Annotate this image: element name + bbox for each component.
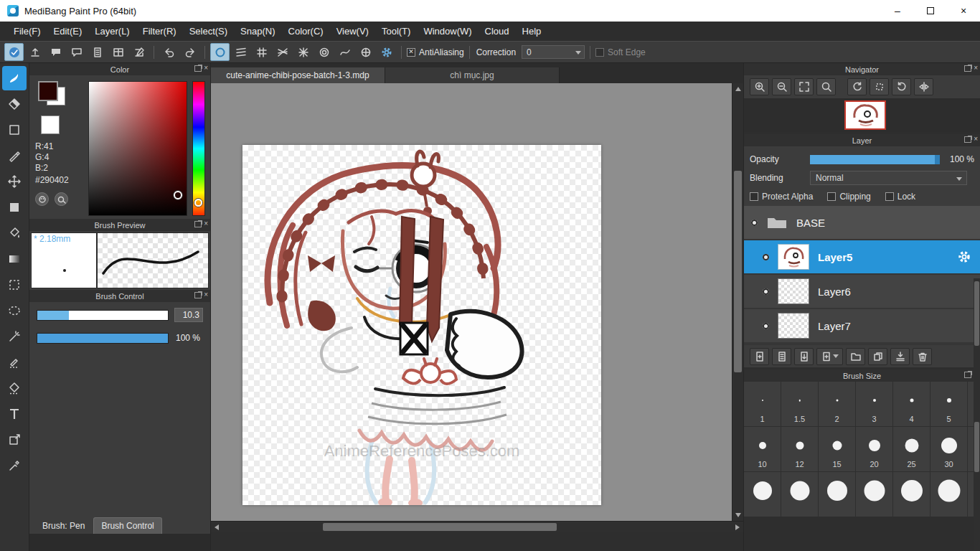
snap-settings-gear-icon[interactable]	[377, 43, 396, 61]
menu-color[interactable]: Color(C)	[282, 23, 330, 39]
snap-off-icon[interactable]	[210, 43, 230, 61]
brush-size-option[interactable]	[744, 472, 781, 517]
brush-size-option[interactable]: 1	[744, 382, 781, 426]
add-layer-menu-icon[interactable]	[816, 348, 843, 365]
maximize-button[interactable]	[914, 0, 947, 22]
doc-tab-1[interactable]: cute-anime-chibi-pose-batch-1-3.mdp	[211, 67, 385, 83]
clipping-toggle[interactable]: Clipping	[827, 192, 870, 202]
comment-icon[interactable]	[46, 43, 65, 61]
move-tool[interactable]	[2, 169, 27, 194]
soft-edge-checkbox[interactable]	[595, 48, 604, 57]
brush-size-option[interactable]: 4	[893, 382, 930, 426]
bucket-tool[interactable]	[2, 221, 27, 245]
clipping-checkbox[interactable]	[827, 192, 836, 201]
antialiasing-toggle[interactable]: ✕ AntiAliasing	[407, 47, 464, 57]
pencil-tool[interactable]	[2, 143, 27, 168]
zoom-out-icon[interactable]	[772, 78, 791, 95]
brush-control-popout-icon[interactable]	[194, 292, 202, 298]
select-rect-tool[interactable]	[2, 273, 27, 297]
menu-edit[interactable]: Edit(E)	[47, 23, 89, 39]
menu-layer[interactable]: Layer(L)	[88, 23, 136, 39]
visibility-icon[interactable]	[763, 323, 769, 329]
brush-size-option[interactable]: 12	[781, 427, 818, 471]
shape-tool[interactable]	[2, 118, 27, 142]
menu-tool[interactable]: Tool(T)	[375, 23, 417, 39]
undo-icon[interactable]	[159, 43, 179, 61]
layer-opacity-slider[interactable]	[810, 155, 940, 164]
brush-size-option[interactable]	[930, 472, 967, 517]
tab-brush-pen[interactable]: Brush: Pen	[35, 518, 92, 534]
gradient-tool[interactable]	[2, 247, 27, 271]
horizontal-scroll-thumb[interactable]	[323, 523, 557, 531]
snap-parallel-icon[interactable]	[231, 43, 250, 61]
canvas-horizontal-scrollbar[interactable]	[211, 521, 743, 532]
color-gradient-picker[interactable]	[88, 81, 187, 216]
delete-layer-icon[interactable]	[913, 348, 932, 365]
color-picker-marker[interactable]	[174, 191, 182, 199]
visibility-icon[interactable]	[751, 220, 758, 226]
duplicate-layer-icon[interactable]	[772, 348, 791, 365]
brush-size-option[interactable]: 25	[893, 427, 930, 471]
navigator-close-icon[interactable]: ×	[974, 65, 978, 72]
menu-snap[interactable]: Snap(N)	[234, 23, 281, 39]
layer-row-base[interactable]: BASE	[744, 206, 980, 239]
brush-size-slider[interactable]	[37, 310, 169, 321]
snap-grid-icon[interactable]	[252, 43, 271, 61]
lock-checkbox[interactable]	[885, 192, 894, 201]
menu-filter[interactable]: Filter(R)	[136, 23, 183, 39]
layout-grid-icon[interactable]	[108, 43, 128, 61]
hue-marker[interactable]	[194, 199, 202, 207]
menu-view[interactable]: View(V)	[330, 23, 375, 39]
reset-view-icon[interactable]	[870, 78, 889, 95]
brush-size-option[interactable]: 1.5	[781, 382, 818, 426]
brush-preview-close-icon[interactable]: ×	[204, 220, 208, 227]
select-pen-tool[interactable]	[2, 350, 27, 375]
snap-radial-icon[interactable]	[356, 43, 375, 61]
scroll-left-icon[interactable]	[215, 524, 219, 530]
soft-edge-toggle[interactable]: Soft Edge	[595, 47, 646, 57]
brush-size-option[interactable]: 20	[856, 427, 892, 471]
scroll-down-icon[interactable]	[735, 513, 741, 517]
brush-control-close-icon[interactable]: ×	[204, 291, 208, 298]
layer-row-layer5[interactable]: Layer5	[744, 240, 980, 273]
minimize-button[interactable]: –	[881, 0, 914, 22]
brush-size-option[interactable]: 10	[744, 427, 781, 471]
navigator-popout-icon[interactable]	[964, 65, 971, 72]
import-layer-icon[interactable]	[794, 348, 814, 365]
brush-preview-popout-icon[interactable]	[194, 221, 202, 227]
layer-row-layer6[interactable]: Layer6	[744, 275, 980, 308]
antialiasing-checkbox[interactable]: ✕	[407, 48, 415, 57]
protect-alpha-checkbox[interactable]	[750, 192, 758, 201]
redo-icon[interactable]	[180, 43, 199, 61]
blending-dropdown[interactable]: Normal	[810, 171, 967, 185]
fit-window-icon[interactable]	[794, 78, 814, 95]
close-button[interactable]: ×	[947, 0, 980, 22]
brush-size-option[interactable]	[781, 472, 818, 517]
zoom-in-icon[interactable]	[750, 78, 769, 95]
hue-strip[interactable]	[192, 81, 205, 216]
tab-brush-control[interactable]: Brush Control	[93, 517, 161, 534]
palette-icon[interactable]	[35, 192, 49, 206]
duplicate-icon[interactable]	[868, 348, 887, 365]
scroll-right-icon[interactable]	[735, 524, 740, 530]
visibility-icon[interactable]	[763, 254, 769, 260]
brush-size-option[interactable]	[819, 472, 855, 517]
fill-rect-tool[interactable]	[2, 195, 27, 220]
brush-size-option[interactable]	[893, 472, 930, 517]
menu-cloud[interactable]: Cloud	[479, 23, 516, 39]
scroll-up-icon[interactable]	[735, 87, 741, 91]
upload-icon[interactable]	[25, 43, 44, 61]
color-close-icon[interactable]: ×	[204, 65, 208, 72]
navigator-thumbnail[interactable]	[844, 100, 886, 130]
brush-size-option[interactable]: 3	[856, 382, 892, 426]
brush-opacity-slider[interactable]	[37, 333, 169, 344]
transform-tool[interactable]	[2, 428, 27, 452]
snap-vanishing-icon[interactable]	[273, 43, 292, 61]
comment-outline-icon[interactable]	[67, 43, 86, 61]
canvas-viewport[interactable]: AnimeReferencePoses.com	[211, 83, 743, 521]
menu-select[interactable]: Select(S)	[183, 23, 234, 39]
rotate-cw-icon[interactable]	[892, 78, 911, 95]
rotate-ccw-icon[interactable]	[847, 78, 867, 95]
new-layer-icon[interactable]	[750, 348, 769, 365]
brush-size-option[interactable]: 15	[819, 427, 855, 471]
